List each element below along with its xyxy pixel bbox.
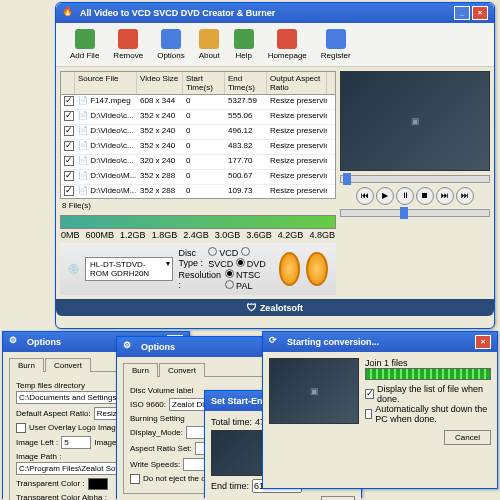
main-titlebar: 🔥 All Video to VCD SVCD DVD Creator & Bu… xyxy=(56,3,494,23)
row-checkbox[interactable] xyxy=(64,186,74,196)
toolbar-register[interactable]: Register xyxy=(315,27,357,62)
main-window: 🔥 All Video to VCD SVCD DVD Creator & Bu… xyxy=(55,2,495,329)
table-row[interactable]: 📄 D:\Video\c...352 x 2400555.06Resize pr… xyxy=(61,110,335,125)
table-row[interactable]: 📄 D:\Video\c...352 x 2400483.82Resize pr… xyxy=(61,140,335,155)
row-checkbox[interactable] xyxy=(64,126,74,136)
toolbar-addfile[interactable]: Add File xyxy=(64,27,105,62)
tab-burn[interactable]: Burn xyxy=(9,358,44,372)
options-icon: ⚙ xyxy=(123,340,137,354)
pause-button[interactable]: ⏸ xyxy=(396,187,414,205)
register-icon xyxy=(326,29,346,49)
disctype-VCD[interactable] xyxy=(208,247,217,256)
convert-icon: ⟳ xyxy=(269,335,283,349)
drive-icon: 💿 xyxy=(68,264,79,274)
row-checkbox[interactable] xyxy=(64,156,74,166)
add file-icon xyxy=(75,29,95,49)
table-row[interactable]: 📄 D:\Video\M...352 x 2880500.67Resize pr… xyxy=(61,170,335,185)
overlay-checkbox[interactable] xyxy=(16,423,26,433)
convert-button[interactable] xyxy=(279,252,301,286)
row-checkbox[interactable] xyxy=(64,96,74,106)
row-checkbox[interactable] xyxy=(64,171,74,181)
preview-pane: ▣ ⏮ ▶ ⏸ ⏹ ⏭ ⏭ xyxy=(340,71,490,295)
displaylist-checkbox[interactable] xyxy=(365,389,374,399)
disctype-SVCD[interactable] xyxy=(241,247,250,256)
prev-button[interactable]: ⏮ xyxy=(356,187,374,205)
row-checkbox[interactable] xyxy=(64,141,74,151)
about-icon xyxy=(199,29,219,49)
table-row[interactable]: 📄 D:\Video\c...352 x 2400496.12Resize pr… xyxy=(61,125,335,140)
col-header[interactable]: Source File xyxy=(75,72,137,94)
autoshut-checkbox[interactable] xyxy=(365,409,372,419)
transparent-color-swatch[interactable] xyxy=(88,478,108,490)
dlg4-preview: ▣ xyxy=(269,358,359,424)
drive-select[interactable]: HL-DT-STDVD-ROM GDRH20N xyxy=(85,257,173,281)
tab-convert-2[interactable]: Convert xyxy=(159,363,205,377)
col-header[interactable]: End Time(s) xyxy=(225,72,267,94)
tab-burn-2[interactable]: Burn xyxy=(123,363,158,377)
help-icon xyxy=(234,29,254,49)
dlg4-close-button[interactable]: × xyxy=(475,335,491,349)
cancel-button[interactable]: Cancel xyxy=(444,430,491,445)
minimize-button[interactable]: _ xyxy=(454,6,470,20)
end-button[interactable]: ⏭ xyxy=(456,187,474,205)
row-checkbox[interactable] xyxy=(64,111,74,121)
table-row[interactable]: 📄 F147.mpeg608 x 34405327.59Resize prese… xyxy=(61,95,335,110)
preview-image: ▣ xyxy=(340,71,490,171)
stop-button[interactable]: ⏹ xyxy=(416,187,434,205)
remove-icon xyxy=(118,29,138,49)
col-header[interactable]: Output Aspect Ratio xyxy=(267,72,327,94)
col-header[interactable]: Video Size xyxy=(137,72,183,94)
options-icon: ⚙ xyxy=(9,335,23,349)
eject-checkbox[interactable] xyxy=(130,474,140,484)
file-table: Source FileVideo SizeStart Time(s)End Ti… xyxy=(60,71,336,199)
toolbar-homepage[interactable]: Homepage xyxy=(262,27,313,62)
close-button[interactable]: × xyxy=(472,6,488,20)
app-title: All Video to VCD SVCD DVD Creator & Burn… xyxy=(80,8,275,18)
table-header: Source FileVideo SizeStart Time(s)End Ti… xyxy=(61,72,335,95)
app-icon: 🔥 xyxy=(62,6,76,20)
dlg4-titlebar: ⟳ Starting conversion... × xyxy=(263,332,497,352)
table-row[interactable]: 📄 D:\Video\M...352 x 2880109.73Resize pr… xyxy=(61,185,335,199)
brand-bar: 🛡 Zealotsoft xyxy=(56,299,494,316)
col-header[interactable]: Start Time(s) xyxy=(183,72,225,94)
seek-slider[interactable] xyxy=(340,175,490,183)
disctype-DVD[interactable] xyxy=(236,258,245,267)
tab-convert[interactable]: Convert xyxy=(45,358,91,372)
disctype-group: Disc Type : VCD SVCD DVD xyxy=(179,247,267,269)
imageleft-input[interactable] xyxy=(61,436,91,449)
bottom-bar: 💿 HL-DT-STDVD-ROM GDRH20N Disc Type : VC… xyxy=(60,243,336,295)
volume-slider[interactable] xyxy=(340,209,490,217)
resolution-group: Resolution : NTSC PAL xyxy=(179,269,267,291)
play-button[interactable]: ▶ xyxy=(376,187,394,205)
toolbar-options[interactable]: Options xyxy=(151,27,191,62)
toolbar-remove[interactable]: Remove xyxy=(107,27,149,62)
table-row[interactable]: 📄 D:\Video\c...320 x 2400177.70Resize pr… xyxy=(61,155,335,170)
ok-button[interactable]: OK xyxy=(321,496,355,500)
next-button[interactable]: ⏭ xyxy=(436,187,454,205)
homepage-icon xyxy=(277,29,297,49)
toolbar-about[interactable]: About xyxy=(193,27,226,62)
file-count: 8 File(s) xyxy=(60,199,336,212)
toolbar-help[interactable]: Help xyxy=(228,27,260,62)
burn-button[interactable] xyxy=(306,252,328,286)
size-ruler: 0MB600MB1.2GB1.8GB2.4GB3.0GB3.6GB4.2GB4.… xyxy=(60,215,336,229)
res-NTSC[interactable] xyxy=(225,269,234,278)
options-icon xyxy=(161,29,181,49)
conversion-dialog: ⟳ Starting conversion... × ▣ Join 1 file… xyxy=(262,331,498,489)
progress-bar xyxy=(365,368,491,380)
join-label: Join 1 files xyxy=(365,358,491,368)
res-PAL[interactable] xyxy=(225,280,234,289)
toolbar: Add FileRemoveOptionsAboutHelpHomepageRe… xyxy=(56,23,494,67)
col-header[interactable] xyxy=(61,72,75,94)
